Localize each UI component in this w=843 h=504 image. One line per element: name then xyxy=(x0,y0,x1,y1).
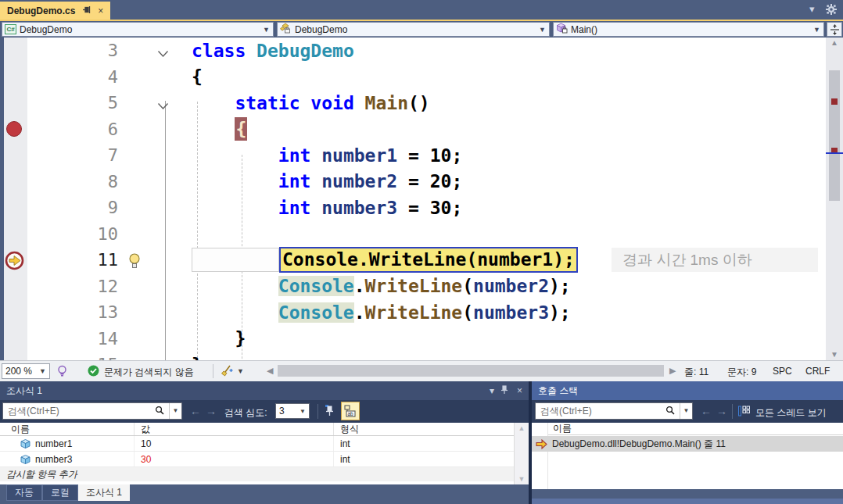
code-text[interactable]: int number1 = 10; xyxy=(192,145,826,166)
scroll-down-arrow-icon[interactable]: ▼ xyxy=(515,475,529,483)
code-text[interactable]: int number3 = 30; xyxy=(192,198,826,218)
glyph-cell[interactable] xyxy=(0,326,27,352)
code-line-8[interactable]: 8 int number2 = 20; xyxy=(0,169,826,195)
show-text-toggle[interactable]: ab xyxy=(341,402,360,420)
watch-row[interactable]: number110int xyxy=(0,436,529,452)
call-stack-title-bar[interactable]: 호출 스택 xyxy=(532,381,843,400)
glyph-cell[interactable] xyxy=(0,64,27,91)
chevron-down-icon[interactable]: ▾ xyxy=(809,4,815,14)
scroll-left-arrow-icon[interactable]: ◀ xyxy=(267,366,273,376)
gear-icon[interactable] xyxy=(826,4,837,16)
debug-tab-조사식-1[interactable]: 조사식 1 xyxy=(78,484,130,501)
glyph-cell[interactable] xyxy=(0,273,27,300)
back-arrow-icon[interactable]: ← xyxy=(701,405,712,417)
code-line-6[interactable]: 6 { xyxy=(0,116,826,143)
code-text[interactable]: { xyxy=(192,119,826,139)
call-stack-header[interactable]: 이름 xyxy=(548,423,843,435)
watch-search-input[interactable]: 검색(Ctrl+E) ▼ xyxy=(2,402,182,420)
code-text[interactable]: class DebugDemo xyxy=(192,41,826,61)
scroll-up-arrow-icon[interactable]: ▲ xyxy=(515,424,529,432)
fold-chevron-icon[interactable] xyxy=(157,47,169,61)
variable-value[interactable]: 30 xyxy=(141,454,151,465)
window-position-icon[interactable]: ▾ xyxy=(490,385,494,396)
health-check-icon[interactable] xyxy=(88,365,99,379)
pin-icon[interactable] xyxy=(82,5,91,16)
current-statement-icon[interactable] xyxy=(5,251,24,273)
search-icon[interactable] xyxy=(661,404,680,418)
glyph-cell[interactable] xyxy=(0,116,27,143)
code-line-12[interactable]: 12 Console.WriteLine(number2); xyxy=(0,273,826,300)
chevron-down-icon[interactable]: ▼ xyxy=(237,367,244,375)
code-line-15[interactable]: 15} xyxy=(0,352,826,360)
call-stack-frame[interactable]: DebugDemo.dll!DebugDemo.Main() 줄 11 xyxy=(532,436,843,452)
scroll-right-arrow-icon[interactable]: ▶ xyxy=(669,366,676,376)
code-line-10[interactable]: 10 xyxy=(0,221,826,248)
forward-arrow-icon[interactable]: → xyxy=(206,405,217,417)
search-depth-select[interactable]: 3 ▼ xyxy=(275,403,310,419)
code-line-13[interactable]: 13 Console.WriteLine(number3); xyxy=(0,299,826,326)
code-text[interactable]: Console.WriteLine(number3); xyxy=(192,302,826,323)
code-line-4[interactable]: 4{ xyxy=(0,64,826,91)
variable-value[interactable]: 10 xyxy=(141,438,151,449)
code-line-11[interactable]: 11Console.WriteLine(number1);경과 시간 1ms 이… xyxy=(0,247,826,273)
code-line-14[interactable]: 14 } xyxy=(0,326,826,352)
back-arrow-icon[interactable]: ← xyxy=(190,405,201,417)
project-dropdown[interactable]: C# DebugDemo ▼ xyxy=(2,22,274,37)
glyph-cell[interactable] xyxy=(0,142,27,169)
document-tab[interactable]: DebugDemo.cs × xyxy=(0,2,110,20)
forward-arrow-icon[interactable]: → xyxy=(716,405,727,417)
debug-tab-로컬[interactable]: 로컬 xyxy=(42,484,78,501)
code-text[interactable]: { xyxy=(192,66,826,87)
code-text[interactable]: } xyxy=(192,328,826,349)
glyph-cell[interactable] xyxy=(0,90,27,116)
code-line-9[interactable]: 9 int number3 = 30; xyxy=(0,195,826,221)
watch-table-header[interactable]: 이름값형식 xyxy=(0,423,529,436)
watch-row[interactable]: number330int xyxy=(0,452,529,467)
search-icon[interactable] xyxy=(150,404,169,418)
code-text[interactable]: } xyxy=(192,355,826,360)
close-icon[interactable]: × xyxy=(517,385,522,396)
glyph-cell[interactable] xyxy=(0,169,27,195)
scroll-down-arrow-icon[interactable]: ▼ xyxy=(826,349,843,360)
watch-add-row[interactable]: 감시할 항목 추가 xyxy=(0,467,529,481)
lightbulb-icon[interactable] xyxy=(127,252,142,273)
glyph-cell[interactable] xyxy=(0,38,27,64)
perf-tip[interactable]: 경과 시간 1ms 이하 xyxy=(612,248,818,272)
code-line-3[interactable]: 3class DebugDemo xyxy=(0,38,826,64)
scroll-up-arrow-icon[interactable]: ▲ xyxy=(826,38,843,48)
code-text[interactable]: Console.WriteLine(number2); xyxy=(192,276,826,296)
chevron-down-icon[interactable]: ▼ xyxy=(169,403,181,419)
member-dropdown[interactable]: Main() ▼ xyxy=(553,22,824,37)
pin-icon[interactable] xyxy=(500,385,508,397)
all-threads-icon[interactable] xyxy=(738,406,750,420)
column-header-name[interactable]: 이름 xyxy=(0,423,135,435)
watch-scrollbar[interactable]: ▲ ▼ xyxy=(514,423,529,484)
type-dropdown[interactable]: DebugDemo ▼ xyxy=(277,22,550,37)
breakpoint-icon[interactable] xyxy=(6,121,22,137)
code-text[interactable]: static void Main() xyxy=(192,93,826,113)
code-line-5[interactable]: 5 static void Main() xyxy=(0,90,826,116)
code-cleanup-icon[interactable] xyxy=(221,365,234,380)
close-icon[interactable]: × xyxy=(98,5,103,16)
all-threads-label[interactable]: 모든 스레드 보기 xyxy=(755,406,827,420)
code-text[interactable]: int number2 = 20; xyxy=(192,171,826,191)
horizontal-scrollbar-thumb[interactable] xyxy=(278,365,664,377)
zoom-dropdown[interactable]: 200 % ▼ xyxy=(2,363,50,379)
glyph-cell[interactable] xyxy=(0,247,27,273)
code-editor[interactable]: 3class DebugDemo4{5 static void Main()6 … xyxy=(0,38,826,360)
glyph-cell[interactable] xyxy=(0,195,27,221)
editor-vertical-scrollbar[interactable]: ▲ ▼ xyxy=(826,38,843,360)
column-header-value[interactable]: 값 xyxy=(135,423,334,435)
call-stack-search-input[interactable]: 검색(Ctrl+E) ▼ xyxy=(535,402,693,420)
pin-all-icon[interactable] xyxy=(324,404,335,420)
column-header-type[interactable]: 형식 xyxy=(334,423,529,435)
chevron-down-icon[interactable]: ▼ xyxy=(680,403,692,419)
watch-title-bar[interactable]: 조사식 1 ▾ × xyxy=(0,381,529,400)
suggestion-icon[interactable] xyxy=(56,365,68,380)
glyph-cell[interactable] xyxy=(0,352,27,360)
glyph-cell[interactable] xyxy=(0,299,27,326)
glyph-cell[interactable] xyxy=(0,221,27,248)
fold-chevron-icon[interactable] xyxy=(157,99,169,113)
scrollbar-thumb[interactable] xyxy=(829,70,840,201)
code-line-7[interactable]: 7 int number1 = 10; xyxy=(0,142,826,169)
